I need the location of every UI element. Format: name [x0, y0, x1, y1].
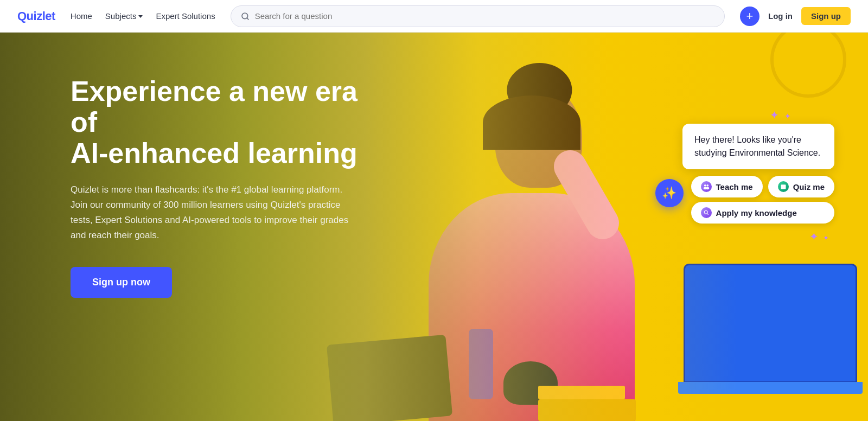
ai-widget: ✦ ✦ Hey there! Looks like you're studyin… [655, 109, 834, 243]
ai-bubble-text: Hey there! Looks like you're studying En… [694, 135, 820, 157]
sparkles-bottom: ✦ ✦ [809, 230, 829, 243]
search-bar[interactable] [231, 5, 725, 27]
teach-icon [701, 181, 712, 192]
teach-me-label: Teach me [716, 182, 753, 192]
ai-buttons-row: ✨ Teach me [655, 176, 834, 224]
quiz-me-label: Quiz me [793, 182, 825, 192]
svg-point-2 [704, 184, 706, 187]
ai-chat-bubble: Hey there! Looks like you're studying En… [682, 124, 834, 169]
subjects-chevron-down-icon [138, 15, 143, 18]
clipboard-icon [780, 183, 787, 190]
people-icon [703, 183, 710, 190]
nav-expert-solutions[interactable]: Expert Solutions [156, 11, 215, 21]
apply-icon [701, 207, 712, 218]
quiz-me-button[interactable]: Quiz me [768, 176, 834, 197]
sparkle-icon-2: ✦ [784, 112, 791, 120]
search-icon [241, 12, 250, 21]
search-circle-icon [703, 209, 710, 216]
svg-point-3 [706, 184, 709, 187]
nav-right: + Log in Sign up [740, 7, 851, 26]
nav-home[interactable]: Home [71, 11, 92, 21]
nav-subjects[interactable]: Subjects [105, 11, 143, 21]
ai-magic-button[interactable]: ✨ [655, 179, 684, 207]
svg-point-5 [706, 187, 709, 190]
create-plus-button[interactable]: + [740, 7, 760, 26]
signup-button[interactable]: Sign up [801, 7, 851, 25]
svg-point-9 [704, 210, 707, 214]
ai-top-buttons: Teach me Quiz me [691, 176, 834, 197]
svg-rect-6 [781, 184, 786, 189]
search-input[interactable] [255, 11, 714, 21]
apply-knowledge-label: Apply my knowledge [716, 208, 797, 218]
sparkle-icon-4: ✦ [823, 234, 829, 242]
login-button[interactable]: Log in [768, 11, 793, 21]
sparkles-top: ✦ ✦ [770, 109, 791, 122]
hero-headline: Experience a new era of AI-enhanced lear… [71, 76, 369, 169]
sparkle-icon-3: ✦ [809, 231, 819, 243]
navbar: Quizlet Home Subjects Expert Solutions +… [0, 0, 868, 33]
sparkle-icon-1: ✦ [770, 109, 779, 121]
svg-line-1 [247, 18, 248, 20]
hero-content: Experience a new era of AI-enhanced lear… [0, 33, 369, 298]
nav-links: Home Subjects Expert Solutions [71, 11, 215, 21]
magic-wand-icon: ✨ [662, 186, 676, 200]
logo[interactable]: Quizlet [17, 9, 55, 23]
hero-signup-button[interactable]: Sign up now [71, 267, 172, 298]
svg-line-10 [707, 214, 708, 215]
teach-me-button[interactable]: Teach me [691, 176, 763, 197]
apply-knowledge-button[interactable]: Apply my knowledge [691, 202, 834, 224]
hero-section: Experience a new era of AI-enhanced lear… [0, 33, 868, 421]
ai-action-buttons: Teach me Quiz me [691, 176, 834, 224]
hero-subtext: Quizlet is more than flashcards: it's th… [71, 182, 353, 243]
quiz-icon [778, 181, 789, 192]
